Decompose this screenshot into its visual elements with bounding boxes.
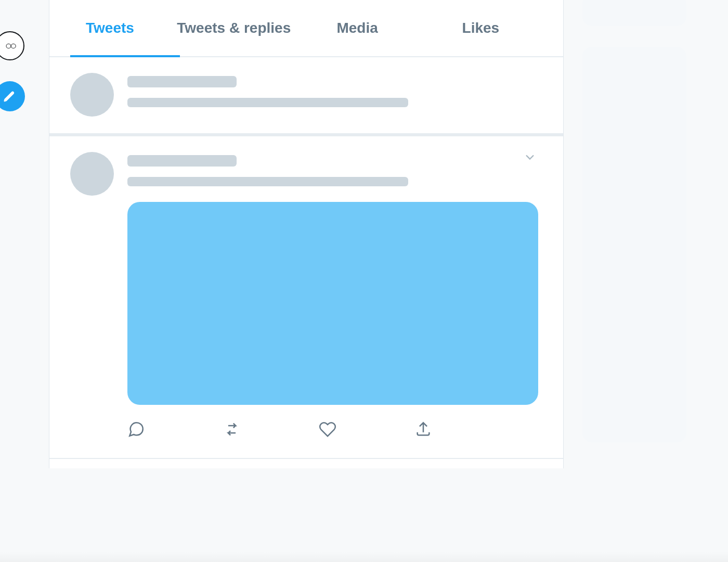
- skeleton-line: [127, 98, 408, 107]
- tweet-placeholder: [49, 136, 563, 459]
- bottom-shadow: [0, 552, 728, 562]
- tweet-media-placeholder[interactable]: [127, 202, 538, 405]
- retweet-icon: [223, 420, 241, 438]
- left-nav-rail: ○○: [0, 31, 25, 111]
- like-icon: [319, 420, 336, 438]
- reply-button[interactable]: [127, 420, 145, 440]
- right-sidebar: [582, 0, 686, 453]
- sidebar-card-placeholder: [582, 47, 686, 442]
- tab-likes[interactable]: Likes: [419, 0, 542, 56]
- tab-tweets-replies[interactable]: Tweets & replies: [172, 0, 295, 56]
- tweet-action-bar: [127, 420, 542, 442]
- tab-media[interactable]: Media: [295, 0, 419, 56]
- sidebar-card-placeholder: [582, 0, 686, 26]
- chevron-down-icon: [523, 150, 537, 164]
- share-icon: [414, 420, 432, 438]
- tweet-menu-button[interactable]: [523, 150, 537, 167]
- tweet-placeholder: [49, 57, 563, 136]
- skeleton-line: [127, 76, 237, 87]
- tab-tweets[interactable]: Tweets: [70, 0, 172, 56]
- skeleton-line: [127, 155, 237, 167]
- compose-tweet-button[interactable]: [0, 81, 25, 111]
- skeleton-line: [127, 177, 408, 186]
- feather-icon: [3, 89, 17, 104]
- avatar-placeholder: [70, 152, 114, 196]
- avatar-placeholder: [70, 73, 114, 117]
- like-button[interactable]: [319, 420, 336, 440]
- share-button[interactable]: [414, 420, 432, 440]
- profile-tabs: Tweets Tweets & replies Media Likes: [49, 0, 563, 57]
- more-circle-icon[interactable]: ○○: [0, 31, 24, 60]
- profile-timeline: Tweets Tweets & replies Media Likes: [49, 0, 564, 468]
- retweet-button[interactable]: [223, 420, 241, 440]
- reply-icon: [127, 420, 145, 438]
